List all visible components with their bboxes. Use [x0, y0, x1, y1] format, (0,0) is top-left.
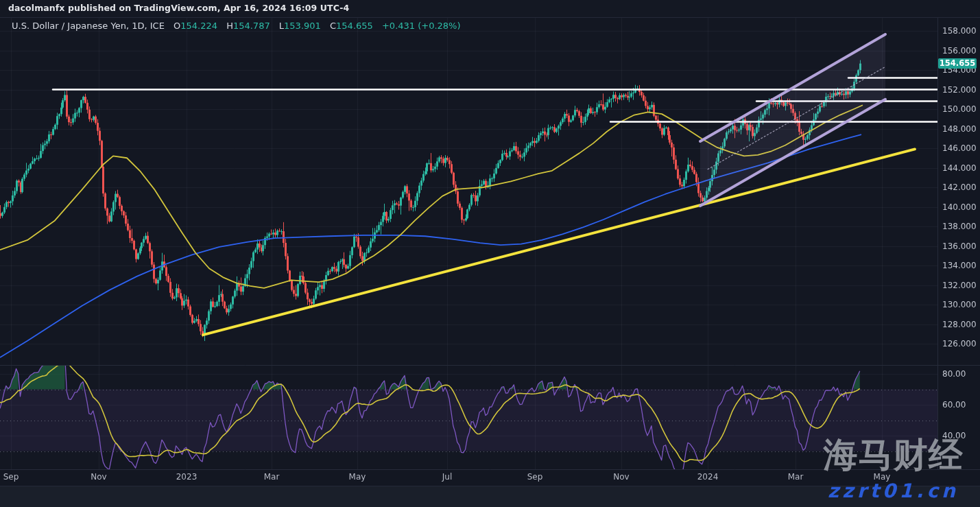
price-axis-label: 128.000 — [942, 320, 977, 329]
open-label: O — [174, 21, 180, 31]
high-label: H — [226, 21, 233, 31]
time-axis-label: Jul — [442, 472, 452, 482]
price-axis-label: 140.000 — [942, 202, 977, 212]
open-value: 154.224 — [180, 21, 217, 31]
price-axis-label: 148.000 — [942, 124, 977, 134]
price-axis-label: 138.000 — [942, 222, 977, 231]
time-axis-label: Nov — [91, 472, 106, 482]
high-value: 154.787 — [233, 21, 270, 31]
symbol-title[interactable]: U.S. Dollar / Japanese Yen, 1D, ICE — [12, 21, 165, 31]
time-axis-label: Sep — [527, 472, 543, 482]
price-axis-label: 136.000 — [942, 241, 977, 251]
tradingview-chart-page: dacolmanfx published on TradingView.com,… — [0, 0, 980, 507]
time-axis-label: Mar — [264, 472, 280, 482]
last-price-badge: 154.655 — [938, 58, 977, 69]
price-axis-label: 152.000 — [942, 85, 977, 95]
time-axis-label: 2023 — [176, 472, 198, 482]
time-axis-label: Nov — [613, 472, 629, 482]
low-value: 153.901 — [284, 21, 321, 31]
price-axis-label: 142.000 — [942, 182, 977, 192]
close-value: 154.655 — [336, 21, 373, 31]
watermark-url: zzrt01.cn — [809, 480, 977, 502]
price-axis-label: 156.000 — [942, 46, 977, 56]
rsi-axis-label: 60.00 — [942, 400, 966, 410]
price-axis-label: 134.000 — [942, 261, 977, 270]
rsi-axis-label: 80.00 — [942, 369, 966, 379]
time-axis-label: May — [349, 472, 366, 482]
close-label: C — [330, 21, 336, 31]
symbol-legend[interactable]: U.S. Dollar / Japanese Yen, 1D, ICE O154… — [12, 21, 461, 31]
time-axis-label: 2024 — [697, 472, 719, 482]
price-axis-label: 144.000 — [942, 163, 977, 173]
price-axis-label: 158.000 — [942, 26, 977, 36]
main-chart-canvas[interactable] — [0, 0, 980, 507]
publish-text: dacolmanfx published on TradingView.com,… — [8, 3, 349, 13]
time-axis-label: Mar — [788, 472, 804, 482]
time-axis-label: Sep — [3, 472, 19, 482]
price-axis-label: 130.000 — [942, 300, 977, 309]
price-axis-label: 132.000 — [942, 281, 977, 290]
publish-bar: dacolmanfx published on TradingView.com,… — [0, 0, 980, 18]
price-axis-label: 150.000 — [942, 104, 977, 114]
change-value: +0.431 (+0.28%) — [382, 21, 461, 31]
price-axis-label: 146.000 — [942, 143, 977, 153]
watermark-chinese: 海马财经 — [809, 436, 977, 474]
price-axis-label: 126.000 — [942, 339, 977, 349]
low-label: L — [279, 21, 284, 31]
